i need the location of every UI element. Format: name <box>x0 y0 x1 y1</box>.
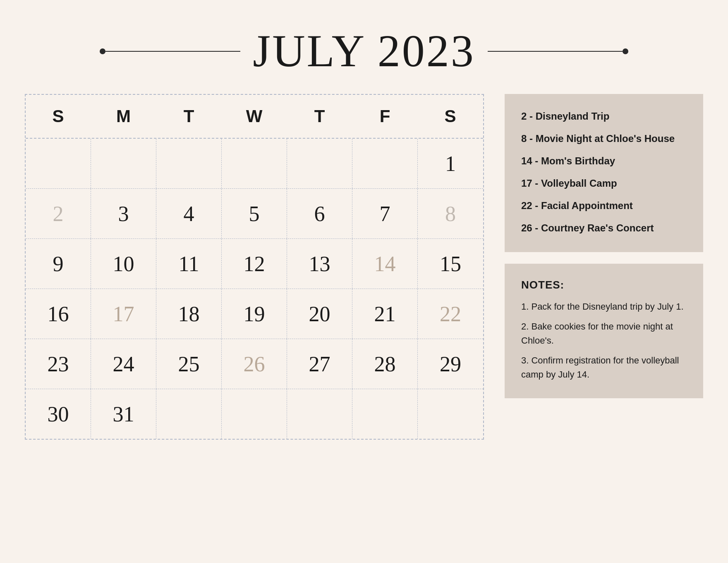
cal-cell-7: 7 <box>352 189 418 238</box>
cal-cell-2: 2 <box>26 189 91 238</box>
dot-right-icon <box>623 48 628 54</box>
event-item-3: 14 - Mom's Birthday <box>521 154 687 168</box>
calendar-week-4: 16 17 18 19 20 21 22 <box>26 289 483 339</box>
cal-cell-23: 23 <box>26 339 91 389</box>
main-content: S M T W T F S 1 2 3 4 <box>0 94 728 456</box>
cal-cell-15: 15 <box>418 239 483 289</box>
cal-cell-19: 19 <box>222 289 287 339</box>
calendar-wrapper: S M T W T F S 1 2 3 4 <box>25 94 484 440</box>
cal-cell-empty-5 <box>418 389 483 439</box>
col-header-thu: T <box>287 95 352 138</box>
cal-cell <box>287 139 352 188</box>
cal-cell-11: 11 <box>156 239 222 289</box>
cal-cell-14: 14 <box>352 239 418 289</box>
cal-cell <box>91 139 156 188</box>
cal-cell-27: 27 <box>287 339 352 389</box>
notes-title: NOTES: <box>521 279 687 291</box>
hline-right <box>488 51 623 52</box>
event-item-2: 8 - Movie Night at Chloe's House <box>521 131 687 146</box>
note-item-2: 2. Bake cookies for the movie night at C… <box>521 320 687 348</box>
header-line-right <box>475 48 695 54</box>
cal-cell <box>156 139 222 188</box>
event-item-5: 22 - Facial Appointment <box>521 198 687 213</box>
cal-cell-empty-1 <box>156 389 222 439</box>
cal-cell-jul1: 1 <box>418 139 483 188</box>
cal-cell-8: 8 <box>418 189 483 238</box>
cal-cell-29: 29 <box>418 339 483 389</box>
cal-cell-28: 28 <box>352 339 418 389</box>
col-header-wed: W <box>222 95 287 138</box>
cal-cell-26: 26 <box>222 339 287 389</box>
cal-cell-24: 24 <box>91 339 156 389</box>
hline-left <box>105 51 240 52</box>
event-item-6: 26 - Courtney Rae's Concert <box>521 221 687 236</box>
col-header-mon: M <box>91 95 156 138</box>
note-item-3: 3. Confirm registration for the volleyba… <box>521 354 687 382</box>
cal-cell-13: 13 <box>287 239 352 289</box>
calendar-week-6: 30 31 <box>26 389 483 439</box>
cal-cell-10: 10 <box>91 239 156 289</box>
calendar-week-1: 1 <box>26 139 483 189</box>
cal-cell-16: 16 <box>26 289 91 339</box>
event-item-1: 2 - Disneyland Trip <box>521 109 687 124</box>
calendar-header: S M T W T F S <box>26 95 483 139</box>
cal-cell-25: 25 <box>156 339 222 389</box>
cal-cell <box>222 139 287 188</box>
calendar-week-5: 23 24 25 26 27 28 29 <box>26 339 483 389</box>
cal-cell-12: 12 <box>222 239 287 289</box>
cal-cell-17: 17 <box>91 289 156 339</box>
note-item-1: 1. Pack for the Disneyland trip by July … <box>521 300 687 314</box>
page-header: JULY 2023 <box>0 0 728 94</box>
cal-cell-22: 22 <box>418 289 483 339</box>
notes-box: NOTES: 1. Pack for the Disneyland trip b… <box>505 264 703 398</box>
cal-cell-5: 5 <box>222 189 287 238</box>
calendar-week-3: 9 10 11 12 13 14 15 <box>26 239 483 289</box>
cal-cell-empty-3 <box>287 389 352 439</box>
header-line-left <box>33 48 253 54</box>
decorative-line-left <box>100 48 240 54</box>
dot-left-icon <box>100 48 105 54</box>
cal-cell-empty-2 <box>222 389 287 439</box>
col-header-tue: T <box>156 95 222 138</box>
cal-cell <box>352 139 418 188</box>
sidebar: 2 - Disneyland Trip 8 - Movie Night at C… <box>505 94 703 398</box>
cal-cell-20: 20 <box>287 289 352 339</box>
cal-cell-30: 30 <box>26 389 91 439</box>
calendar-grid: S M T W T F S 1 2 3 4 <box>25 94 484 440</box>
cal-cell-4: 4 <box>156 189 222 238</box>
page-title: JULY 2023 <box>253 25 475 77</box>
cal-cell-empty-4 <box>352 389 418 439</box>
cal-cell-9: 9 <box>26 239 91 289</box>
decorative-line-right <box>488 48 628 54</box>
event-item-4: 17 - Volleyball Camp <box>521 176 687 191</box>
cal-cell-3: 3 <box>91 189 156 238</box>
col-header-fri: F <box>352 95 418 138</box>
events-box: 2 - Disneyland Trip 8 - Movie Night at C… <box>505 94 703 252</box>
cal-cell-18: 18 <box>156 289 222 339</box>
calendar-week-2: 2 3 4 5 6 7 8 <box>26 189 483 239</box>
cal-cell <box>26 139 91 188</box>
col-header-sun: S <box>26 95 91 138</box>
cal-cell-31: 31 <box>91 389 156 439</box>
col-header-sat: S <box>418 95 483 138</box>
cal-cell-6: 6 <box>287 189 352 238</box>
cal-cell-21: 21 <box>352 289 418 339</box>
